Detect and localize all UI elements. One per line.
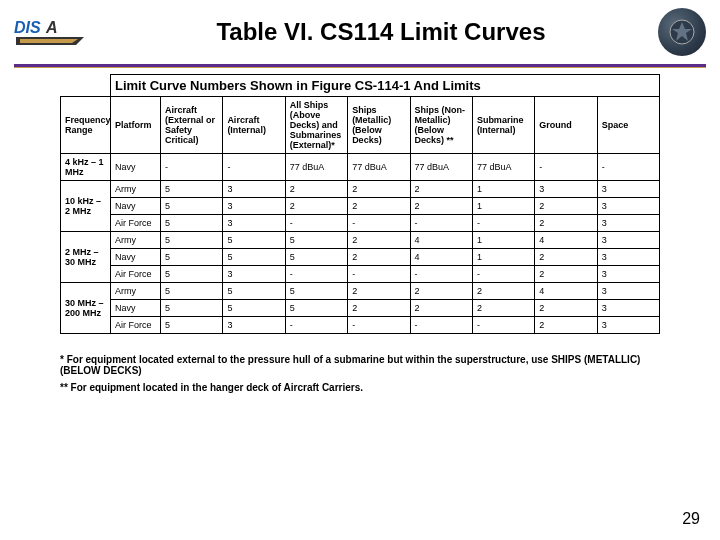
- data-cell: 77 dBuA: [348, 154, 410, 181]
- data-cell: -: [535, 154, 597, 181]
- col-header: Space: [597, 97, 659, 154]
- data-cell: -: [348, 215, 410, 232]
- table-row: Air Force 5 3 - - - - 2 3: [61, 266, 660, 283]
- data-cell: -: [285, 215, 347, 232]
- freq-range-header: Frequency Range: [61, 97, 111, 154]
- platform-cell: Air Force: [111, 317, 161, 334]
- data-cell: 5: [161, 232, 223, 249]
- data-cell: -: [285, 317, 347, 334]
- platform-header: Platform: [111, 97, 161, 154]
- data-cell: 1: [472, 249, 534, 266]
- data-cell: 2: [410, 300, 472, 317]
- data-cell: 5: [161, 249, 223, 266]
- data-cell: 2: [348, 232, 410, 249]
- platform-cell: Army: [111, 283, 161, 300]
- data-cell: 77 dBuA: [410, 154, 472, 181]
- table-row: Navy 5 5 5 2 2 2 2 3: [61, 300, 660, 317]
- data-cell: 3: [223, 317, 285, 334]
- data-cell: 5: [223, 249, 285, 266]
- freq-cell: 10 kHz – 2 MHz: [61, 181, 111, 232]
- data-cell: 5: [223, 232, 285, 249]
- data-cell: 3: [597, 266, 659, 283]
- data-cell: 3: [597, 249, 659, 266]
- data-cell: 3: [597, 283, 659, 300]
- data-cell: 1: [472, 232, 534, 249]
- data-cell: 5: [285, 283, 347, 300]
- freq-cell: 2 MHz – 30 MHz: [61, 232, 111, 283]
- col-header: All Ships (Above Decks) and Submarines (…: [285, 97, 347, 154]
- page-number: 29: [682, 510, 700, 528]
- footnotes: * For equipment located external to the …: [0, 334, 720, 393]
- data-cell: 1: [472, 198, 534, 215]
- table-row: Navy 5 5 5 2 4 1 2 3: [61, 249, 660, 266]
- data-cell: 2: [535, 249, 597, 266]
- data-cell: -: [410, 317, 472, 334]
- data-cell: 5: [161, 198, 223, 215]
- data-cell: 3: [597, 215, 659, 232]
- data-cell: 5: [285, 232, 347, 249]
- data-cell: 3: [535, 181, 597, 198]
- col-header: Ground: [535, 97, 597, 154]
- data-cell: 3: [223, 198, 285, 215]
- data-cell: -: [348, 266, 410, 283]
- table-row: Air Force 5 3 - - - - 2 3: [61, 215, 660, 232]
- data-cell: 77 dBuA: [472, 154, 534, 181]
- platform-cell: Army: [111, 232, 161, 249]
- data-cell: 5: [223, 283, 285, 300]
- data-cell: 5: [285, 249, 347, 266]
- page-title: Table VI. CS114 Limit Curves: [104, 18, 658, 46]
- data-cell: 2: [348, 249, 410, 266]
- data-cell: -: [410, 266, 472, 283]
- data-cell: 3: [223, 215, 285, 232]
- data-cell: 3: [597, 317, 659, 334]
- col-header: Aircraft (External or Safety Critical): [161, 97, 223, 154]
- col-header: Submarine (Internal): [472, 97, 534, 154]
- agency-seal-icon: [658, 8, 706, 56]
- table-row: Navy 5 3 2 2 2 1 2 3: [61, 198, 660, 215]
- data-cell: -: [472, 317, 534, 334]
- data-cell: 5: [161, 317, 223, 334]
- freq-cell: 4 kHz – 1 MHz: [61, 154, 111, 181]
- blank-corner: [61, 75, 111, 97]
- data-cell: 2: [410, 283, 472, 300]
- freq-cell: 30 MHz – 200 MHz: [61, 283, 111, 334]
- data-cell: -: [472, 215, 534, 232]
- data-cell: 4: [410, 249, 472, 266]
- table-row: 4 kHz – 1 MHz Navy - - 77 dBuA 77 dBuA 7…: [61, 154, 660, 181]
- data-cell: -: [161, 154, 223, 181]
- data-cell: 5: [161, 300, 223, 317]
- col-header: Ships (Metallic) (Below Decks): [348, 97, 410, 154]
- data-cell: 2: [535, 266, 597, 283]
- data-cell: -: [472, 266, 534, 283]
- col-header: Aircraft (Internal): [223, 97, 285, 154]
- platform-cell: Army: [111, 181, 161, 198]
- data-cell: 2: [285, 181, 347, 198]
- data-cell: 2: [285, 198, 347, 215]
- data-cell: 5: [223, 300, 285, 317]
- platform-cell: Air Force: [111, 215, 161, 232]
- data-cell: 5: [161, 181, 223, 198]
- data-cell: 2: [348, 181, 410, 198]
- platform-cell: Navy: [111, 249, 161, 266]
- data-cell: 2: [410, 198, 472, 215]
- data-cell: 3: [597, 181, 659, 198]
- data-cell: -: [223, 154, 285, 181]
- footnote-1: * For equipment located external to the …: [60, 354, 660, 376]
- data-cell: 3: [597, 232, 659, 249]
- data-cell: 2: [535, 317, 597, 334]
- data-cell: 2: [410, 181, 472, 198]
- data-cell: 2: [348, 283, 410, 300]
- data-cell: 2: [472, 283, 534, 300]
- data-cell: -: [285, 266, 347, 283]
- data-cell: 1: [472, 181, 534, 198]
- data-cell: 77 dBuA: [285, 154, 347, 181]
- data-cell: 3: [223, 266, 285, 283]
- content: Limit Curve Numbers Shown in Figure CS-1…: [0, 74, 720, 334]
- data-cell: 3: [597, 198, 659, 215]
- data-cell: 4: [410, 232, 472, 249]
- table-row: 10 kHz – 2 MHz Army 5 3 2 2 2 1 3 3: [61, 181, 660, 198]
- svg-text:DIS: DIS: [14, 19, 41, 36]
- svg-text:A: A: [45, 19, 58, 36]
- limits-table: Limit Curve Numbers Shown in Figure CS-1…: [60, 74, 660, 334]
- data-cell: 2: [535, 300, 597, 317]
